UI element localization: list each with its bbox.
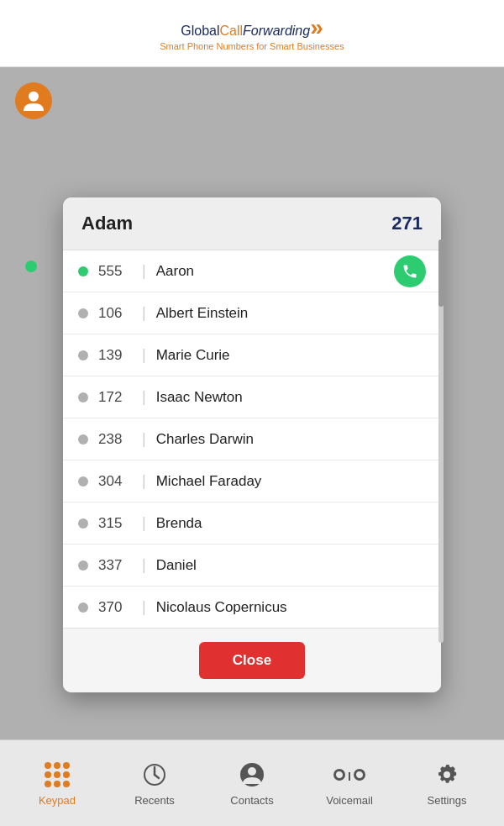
contact-item-brenda[interactable]: 315 | Brenda [63,502,441,545]
status-dot-newton [78,392,88,402]
clock-icon [139,760,170,790]
contact-item-aaron[interactable]: 555 | Aaron [63,250,441,292]
clock-svg [141,761,168,788]
contact-name-faraday: Michael Faraday [156,473,426,490]
status-dot-daniel [78,560,88,571]
keypad-icon [42,760,72,790]
modal-user-name: Adam [81,213,133,234]
contact-item-copernicus[interactable]: 370 | Nicolaus Copernicus [63,587,441,628]
status-dot-curie [78,350,88,360]
contact-name-newton: Isaac Newton [156,389,426,406]
svg-point-6 [248,767,256,776]
person-icon [21,88,46,113]
svg-point-0 [29,92,39,102]
contact-name-brenda: Brenda [156,515,426,532]
close-button[interactable]: Close [199,642,305,679]
logo-global: Global [181,24,219,38]
contacts-icon [237,760,267,790]
logo-tagline: Smart Phone Numbers for Smart Businesses [160,41,344,51]
keypad-dots-grid [45,762,70,787]
logo-call: Call [220,24,244,38]
nav-item-settings[interactable]: Settings [398,760,496,807]
bottom-nav: Keypad Recents Contacts [0,739,504,826]
voicemail-icon [334,760,365,790]
nav-item-voicemail[interactable]: Voicemail [301,760,398,807]
modal-footer: Close [63,628,441,692]
status-dot-copernicus [78,602,88,613]
status-dot-darwin [78,434,88,445]
status-dot-brenda [78,518,88,529]
contact-name-curie: Marie Curie [156,347,426,364]
nav-label-keypad: Keypad [39,794,76,807]
contact-ext-einstein: 106 [98,305,132,322]
voicemail-shape [333,769,365,781]
contact-name-daniel: Daniel [156,557,426,574]
settings-icon [432,760,462,790]
app-header: GlobalCallForwarding» Smart Phone Number… [0,0,504,67]
contact-list: 555 | Aaron 106 | Albert Einstein 139 [63,250,441,628]
call-button-aaron[interactable] [394,255,426,287]
status-dot [25,260,37,272]
gear-icon [433,761,460,788]
modal-contact-count: 271 [391,213,423,234]
contact-name-darwin: Charles Darwin [156,431,426,448]
nav-label-voicemail: Voicemail [326,794,373,807]
svg-point-7 [444,771,450,778]
status-dot-faraday [78,476,88,487]
phone-icon [402,263,418,280]
contact-ext-newton: 172 [98,389,132,406]
logo: GlobalCallForwarding» Smart Phone Number… [160,16,344,51]
contact-item-curie[interactable]: 139 | Marie Curie [63,334,441,376]
logo-forwarding: Forwarding [243,24,310,38]
modal-header: Adam 271 [63,197,441,250]
contact-item-darwin[interactable]: 238 | Charles Darwin [63,418,441,460]
nav-item-recents[interactable]: Recents [106,760,203,807]
nav-item-keypad[interactable]: Keypad [8,760,106,807]
nav-label-contacts: Contacts [230,794,273,807]
contact-ext-daniel: 337 [98,557,132,574]
nav-label-settings: Settings [428,794,467,807]
contacts-modal: Adam 271 555 | Aaron 106 | [63,197,441,692]
contact-ext-brenda: 315 [98,515,132,532]
avatar[interactable] [15,82,52,119]
contact-item-einstein[interactable]: 106 | Albert Einstein [63,292,441,334]
scrollbar-thumb [438,239,444,307]
main-area: Adam 271 555 | Aaron 106 | [0,67,504,756]
modal-scrollbar[interactable] [438,239,444,643]
contact-name-aaron: Aaron [156,263,426,280]
contact-ext-darwin: 238 [98,431,132,448]
nav-item-contacts[interactable]: Contacts [203,760,301,807]
contact-ext-copernicus: 370 [98,599,132,616]
logo-arrows: » [310,16,323,39]
contact-ext-aaron: 555 [98,263,132,280]
contact-name-copernicus: Nicolaus Copernicus [156,599,426,616]
nav-label-recents: Recents [134,794,175,807]
status-dot-einstein [78,308,88,318]
contact-ext-faraday: 304 [98,473,132,490]
contact-ext-curie: 139 [98,347,132,364]
contact-name-einstein: Albert Einstein [156,305,426,322]
contact-item-newton[interactable]: 172 | Isaac Newton [63,376,441,418]
contacts-svg [239,761,265,788]
status-dot-aaron [78,266,88,276]
contact-item-daniel[interactable]: 337 | Daniel [63,545,441,587]
contact-item-faraday[interactable]: 304 | Michael Faraday [63,460,441,502]
